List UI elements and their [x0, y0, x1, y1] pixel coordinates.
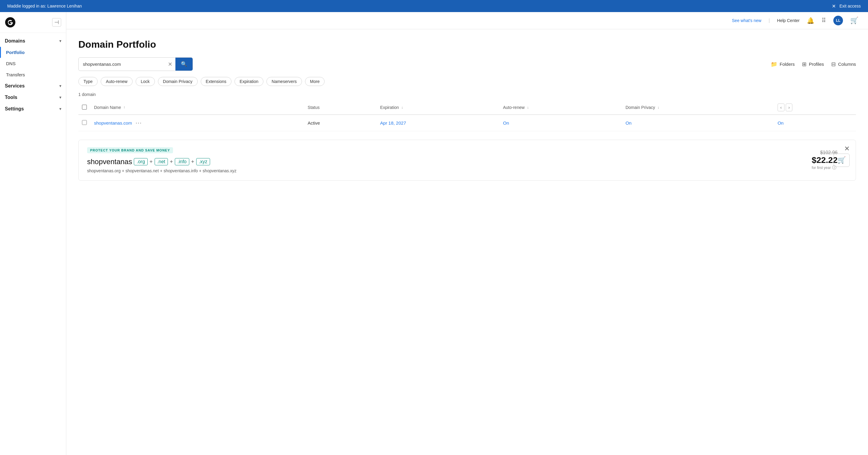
filter-auto-renew[interactable]: Auto-renew: [101, 77, 133, 86]
promo-badge: Protect your brand and save money: [87, 147, 173, 153]
chevron-down-icon: ▾: [59, 39, 61, 43]
filter-nameservers[interactable]: Nameservers: [267, 77, 302, 86]
promo-close-button[interactable]: ✕: [844, 145, 849, 153]
col-auto-renew[interactable]: Auto-renew ↓: [499, 101, 622, 115]
col-status: Status: [304, 101, 377, 115]
cart-icon[interactable]: 🛒: [850, 17, 858, 24]
apps-icon[interactable]: ⠿: [822, 17, 826, 24]
promo-domain-name: shopventanas: [87, 158, 132, 166]
sort-icon: ↓: [657, 105, 659, 110]
last-col-status[interactable]: On: [778, 120, 784, 125]
sidebar-item-transfers[interactable]: Transfers: [0, 69, 66, 80]
avatar[interactable]: LL: [833, 16, 843, 25]
columns-icon: ⊟: [831, 61, 836, 67]
filter-type[interactable]: Type: [79, 77, 98, 86]
search-row: ✕ 🔍 📁 Folders ⊞ Profiles ⊟: [79, 57, 856, 71]
page-content: Domain Portfolio ✕ 🔍 📁 Folders: [66, 29, 868, 190]
toolbar-right: 📁 Folders ⊞ Profiles ⊟ Columns: [771, 61, 856, 67]
filter-more[interactable]: More: [305, 77, 325, 86]
domain-count: 1 domain: [79, 92, 856, 97]
plus-sign: +: [170, 159, 173, 165]
row-checkbox[interactable]: [82, 120, 87, 125]
chevron-down-icon: ▾: [59, 107, 61, 111]
help-center-link[interactable]: Help Center: [777, 18, 800, 23]
cart-icon: 🛒: [838, 156, 846, 164]
filter-row: Type Auto-renew Lock Domain Privacy Exte…: [79, 77, 856, 86]
plus-sign: +: [191, 159, 194, 165]
status-badge: Active: [308, 120, 320, 125]
search-input[interactable]: [79, 59, 165, 70]
tld-info: .info: [175, 158, 189, 165]
chevron-down-icon: ▾: [59, 84, 61, 88]
chevron-down-icon: ▾: [59, 95, 61, 99]
sort-icon: ↓: [527, 105, 529, 110]
filter-expiration[interactable]: Expiration: [235, 77, 264, 86]
sidebar-item-portfolio[interactable]: Portfolio: [0, 47, 66, 58]
promo-domains-list: shopventanas.org + shopventanas.net + sh…: [87, 168, 847, 173]
notifications-icon[interactable]: 🔔: [807, 17, 814, 24]
sort-asc-icon: ↑: [123, 105, 125, 110]
filter-extensions[interactable]: Extensions: [201, 77, 231, 86]
col-nav: ‹ ›: [774, 101, 856, 115]
filter-domain-privacy[interactable]: Domain Privacy: [158, 77, 198, 86]
profiles-icon: ⊞: [802, 61, 807, 67]
plus-sign: +: [150, 159, 153, 165]
col-domain-privacy[interactable]: Domain Privacy ↓: [622, 101, 774, 115]
sort-desc-icon: ↓: [401, 105, 403, 110]
sidebar-section-domains[interactable]: Domains ▾: [0, 35, 66, 47]
page-title: Domain Portfolio: [79, 39, 856, 50]
expiration-date[interactable]: Apr 18, 2027: [380, 120, 406, 125]
sidebar-section-settings[interactable]: Settings ▾: [0, 103, 66, 115]
search-submit-button[interactable]: 🔍: [176, 58, 193, 70]
sidebar-nav: Domains ▾ Portfolio DNS Transfers Servic…: [0, 33, 66, 455]
folder-icon: 📁: [771, 61, 777, 67]
sidebar-section-tools[interactable]: Tools ▾: [0, 92, 66, 103]
sidebar-collapse-button[interactable]: ⊣: [52, 18, 61, 27]
columns-button[interactable]: ⊟ Columns: [831, 61, 856, 67]
select-all-checkbox[interactable]: [82, 105, 87, 110]
sidebar-logo: ⊣: [0, 12, 66, 33]
table-row: shopventanas.com ··· Active Apr 18, 2027…: [79, 115, 856, 131]
col-expiration[interactable]: Expiration ↓: [376, 101, 499, 115]
top-nav: See what's new | Help Center 🔔 ⠿ LL 🛒: [66, 12, 868, 29]
domain-link[interactable]: shopventanas.com: [94, 120, 132, 125]
tld-xyz: .xyz: [196, 158, 210, 165]
search-clear-button[interactable]: ✕: [165, 61, 176, 67]
row-more-button[interactable]: ···: [133, 119, 144, 127]
search-container: ✕ 🔍: [79, 57, 193, 71]
domain-table: Domain Name ↑ Status Expiration ↓: [79, 101, 856, 131]
col-domain-name[interactable]: Domain Name ↑: [90, 101, 304, 115]
profiles-button[interactable]: ⊞ Profiles: [802, 61, 824, 67]
whats-new-link[interactable]: See what's new: [732, 18, 762, 23]
promo-add-to-cart-button[interactable]: 🛒: [834, 153, 849, 167]
admin-bar: Maddie logged in as: Lawrence Lenihan ✕ …: [0, 0, 868, 12]
search-icon: 🔍: [181, 61, 187, 67]
close-icon: ✕: [832, 3, 836, 9]
promo-banner: Protect your brand and save money shopve…: [79, 140, 856, 181]
brand-logo: [5, 17, 16, 28]
auto-renew-status[interactable]: On: [503, 120, 509, 125]
main-content: See what's new | Help Center 🔔 ⠿ LL 🛒 Do…: [66, 12, 868, 455]
tld-net: .net: [155, 158, 168, 165]
table-nav-next[interactable]: ›: [786, 104, 793, 111]
sidebar-section-services[interactable]: Services ▾: [0, 80, 66, 92]
admin-bar-label: Maddie logged in as: Lawrence Lenihan: [7, 4, 82, 8]
select-all-header[interactable]: [79, 101, 90, 115]
exit-access-button[interactable]: ✕ Exit access: [832, 3, 861, 9]
folders-button[interactable]: 📁 Folders: [771, 61, 795, 67]
filter-lock[interactable]: Lock: [135, 77, 155, 86]
tld-org: .org: [134, 158, 148, 165]
domain-privacy-status[interactable]: On: [625, 120, 631, 125]
sidebar: ⊣ Domains ▾ Portfolio DNS Transfers Serv…: [0, 12, 66, 455]
table-nav-prev[interactable]: ‹: [778, 104, 784, 111]
promo-title: shopventanas .org + .net + .info + .xyz: [87, 158, 847, 166]
sidebar-item-dns[interactable]: DNS: [0, 58, 66, 69]
